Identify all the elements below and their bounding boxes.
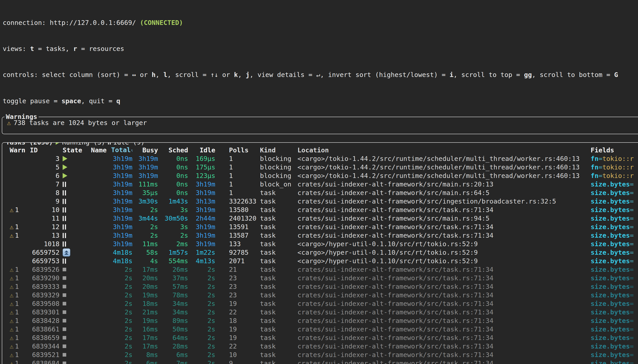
task-row[interactable]: 63h19m3h19m0ns123µs1blocking<cargo>/toki… [2,172,638,180]
column-header-id[interactable]: ID [30,146,60,154]
idle-icon [63,199,66,204]
running-icon [63,164,67,170]
column-header-state[interactable]: State [60,146,91,154]
column-header-total[interactable]: Total▿ [111,146,132,154]
views-line: views: t = tasks, r = resources [3,44,638,53]
task-id: 6659753 [30,257,60,265]
task-id: 6838428 [30,316,60,325]
field-equals: = [598,155,602,162]
task-row[interactable]: 33h19m3h19m0ns169µs1blocking<cargo>/toki… [2,154,638,163]
warning-icon: ⚠ [10,308,14,316]
warn-cell: ⚠1 [7,274,30,282]
field-key: fn [591,155,598,162]
total-value: 3h19m [113,206,132,214]
polls-count: 1 [215,163,256,172]
task-row[interactable]: 93h19m3m30s1m43s3h13m3322633taskcrates/s… [2,197,638,206]
warn-cell: ⚠1 [7,359,30,364]
task-row[interactable]: ⚠168386612s16ms50ms2s19taskcrates/sui-in… [2,325,638,334]
task-row[interactable]: ⚠168386592s17ms64ms2s19taskcrates/sui-in… [2,334,638,342]
task-row[interactable]: ⚠168384282s19ms89ms2s18taskcrates/sui-in… [2,316,638,325]
idle-count-label: Idle (9) [113,142,145,146]
task-row[interactable]: 83h19m35µs0ns3h19m1taskcrates/sui-indexe… [2,188,638,197]
busy-duration: 35µs [132,188,158,197]
task-row[interactable]: 66597534m18s4s554ms4m13s2071task<cargo>/… [2,257,638,265]
column-header-sched[interactable]: Sched [158,146,188,154]
polls-count: 19 [215,334,256,342]
field-key: size.bytes [591,266,630,273]
task-row[interactable]: 113h19m3m44s30m50s2h44m2401320taskcrates… [2,214,638,222]
task-row[interactable]: 10183h19m11ms2ms3h19m133task<cargo>/hype… [2,240,638,248]
task-row[interactable]: ⚠1133h19m2s2s3h19m13587taskcrates/sui-in… [2,231,638,240]
busy-value: 17ms [142,266,158,273]
idle-icon [63,190,66,196]
sched-value: 26ms [172,266,188,273]
polls-count: 13591 [215,222,256,231]
task-row[interactable]: ⚠168392902s20ms37ms2s23taskcrates/sui-in… [2,274,638,282]
idle-value: 3h13m [196,198,215,205]
task-row[interactable]: ⚠168386842s6ms7ms2s9taskcrates/sui-index… [2,359,638,364]
task-row[interactable]: ⚠168393012s21ms34ms2s22taskcrates/sui-in… [2,308,638,316]
idle-duration: 123µs [188,172,215,180]
running-icon [56,142,60,145]
completed-icon [63,353,66,356]
polls-count: 19 [215,299,256,308]
task-id: 6839344 [30,342,60,350]
task-row[interactable]: ⚠1103h19m2s3s3h19m13580taskcrates/sui-in… [2,206,638,214]
completed-icon [63,293,66,297]
task-location: crates/sui-indexer-alt-framework/src/tas… [294,342,587,350]
state-cell [60,173,91,178]
sched-duration: 3s [158,206,188,214]
task-location: crates/sui-indexer-alt-framework/src/mai… [294,214,587,222]
column-header-idle[interactable]: Idle [188,146,215,154]
task-row[interactable]: ⚠168395082s18ms34ms2s19taskcrates/sui-in… [2,299,638,308]
busy-duration: 6ms [132,359,158,364]
column-header-loc[interactable]: Location [294,146,587,154]
task-location: crates/sui-indexer-alt-framework/src/tas… [294,325,587,334]
total-value: 2s [124,274,132,282]
column-header-name[interactable]: Name [91,146,111,154]
column-header-fields[interactable]: Fields [587,146,638,154]
task-row[interactable]: ⚠1123h19m2s3s3h19m13591taskcrates/sui-in… [2,222,638,231]
task-row[interactable]: ⚠168395262s17ms26ms2s21taskcrates/sui-in… [2,265,638,274]
column-header-warn[interactable]: Warn [7,146,30,154]
field-equals: = [630,360,634,364]
task-row[interactable]: ⚠168395212s8ms6ms2s10taskcrates/sui-inde… [2,350,638,359]
idle-value: 3h19m [196,240,215,248]
field-equals: = [630,334,634,342]
column-header-kind[interactable]: Kind [256,146,294,154]
idle-value: 2s [208,266,215,273]
column-header-label: Name [91,146,107,154]
field-equals: = [598,172,602,180]
task-kind: task [256,274,294,282]
polls-count: 1 [215,188,256,197]
total-duration: 3h19m [111,240,132,248]
total-duration: 2s [111,308,132,316]
column-header-busy[interactable]: Busy [132,146,158,154]
task-row[interactable]: 66597524m18s58s1m57s1m22s92785task<cargo… [2,248,638,257]
task-row[interactable]: ⚠168393442s17ms28ms2s22taskcrates/sui-in… [2,342,638,350]
busy-value: 2s [150,223,158,231]
task-row[interactable]: 53h19m3h19m0ns175µs1blocking<cargo>/toki… [2,163,638,172]
fields-cell: size.bytes= [587,308,638,316]
warn-count: 1 [15,222,19,231]
field-key: size.bytes [591,334,630,342]
busy-value: 3h19m [138,172,158,180]
field-equals: = [630,317,634,324]
warn-cell: ⚠1 [7,282,30,291]
total-value: 3h19m [113,163,132,171]
busy-value: 21ms [142,308,158,316]
task-row[interactable]: 73h19m111ms0ns3h19m1block_oncrates/sui-i… [2,180,638,188]
task-row[interactable]: ⚠168393292s19ms78ms2s23taskcrates/sui-in… [2,291,638,299]
column-header-polls[interactable]: Polls [215,146,256,154]
total-value: 2s [124,360,132,364]
sched-value: 37ms [172,274,188,282]
field-key: size.bytes [591,189,630,196]
busy-duration: 2s [132,231,158,240]
field-equals: = [630,283,634,290]
task-row[interactable]: ⚠168393332s20ms57ms2s23taskcrates/sui-in… [2,282,638,291]
column-header-label: Warn [10,146,25,154]
busy-value: 3m30s [138,198,158,205]
warn-cell: ⚠1 [7,231,30,240]
idle-icon [63,216,66,221]
tasks-panel: Tasks (2056) Running (3) Idle (9) WarnID… [2,142,638,364]
